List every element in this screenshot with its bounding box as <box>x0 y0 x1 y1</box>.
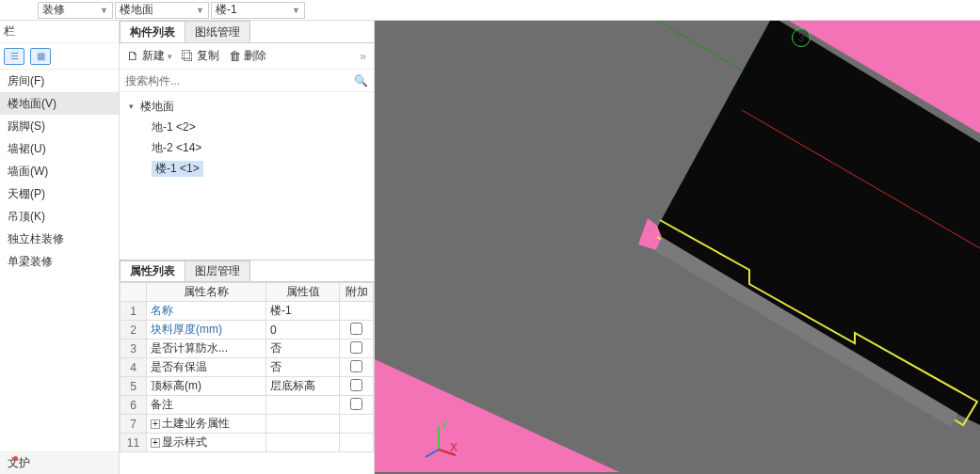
chevron-down-icon: ▾ <box>168 52 172 61</box>
tab-drawing-mgmt[interactable]: 图纸管理 <box>185 21 250 42</box>
extra-checkbox[interactable] <box>350 379 362 391</box>
axis-badge[interactable]: 3 <box>792 28 811 47</box>
sidebar-item[interactable]: 楼地面(V) <box>0 92 119 115</box>
copy-button[interactable]: ⿻复制 <box>182 48 219 64</box>
extra-checkbox[interactable] <box>350 360 362 372</box>
delete-button[interactable]: 🗑删除 <box>229 48 266 64</box>
property-table: 属性名称 属性值 附加 1名称楼-12块料厚度(mm)03是否计算防水...否4… <box>120 282 374 474</box>
table-row[interactable]: 6备注 <box>120 396 374 415</box>
search-input[interactable] <box>125 74 354 87</box>
sidebar-item[interactable]: 踢脚(S) <box>0 115 119 137</box>
tree-item[interactable]: 地-2 <14> <box>120 137 374 158</box>
sidebar-item[interactable]: 墙面(W) <box>0 160 119 182</box>
view-mode-list-icon[interactable]: ☰ <box>4 48 24 65</box>
notification-dot-icon <box>13 456 18 461</box>
tree-item[interactable]: 地-1 <2> <box>120 117 374 137</box>
view-mode-grid-icon[interactable]: ▦ <box>30 48 51 65</box>
tab-component-list[interactable]: 构件列表 <box>120 21 185 42</box>
svg-line-9 <box>426 450 439 457</box>
svg-marker-4 <box>375 359 619 472</box>
sidebar-item[interactable]: 独立柱装修 <box>0 228 119 250</box>
sidebar-item[interactable]: 墙裙(U) <box>0 137 119 160</box>
sidebar-item[interactable]: 房间(F) <box>0 70 119 92</box>
table-row[interactable]: 7+土建业务属性 <box>120 415 374 434</box>
component-panel: 构件列表 图纸管理 🗋新建▾ ⿻复制 🗑删除 » 🔍 ▾楼地面地-1 <2>地-… <box>120 21 375 474</box>
expand-icon[interactable]: + <box>151 438 160 448</box>
nav-header: 栏 <box>4 24 115 40</box>
nav-footer-item[interactable]: 文护 <box>0 451 119 474</box>
table-row[interactable]: 11+显示样式 <box>120 434 374 452</box>
table-row[interactable]: 1名称楼-1 <box>120 302 374 321</box>
col-name: 属性名称 <box>147 283 266 302</box>
left-nav-panel: 栏 ☰ ▦ 房间(F)楼地面(V)踢脚(S)墙裙(U)墙面(W)天棚(P)吊顶(… <box>0 21 120 474</box>
chevron-down-icon: ▼ <box>292 6 300 15</box>
col-index <box>120 283 147 302</box>
table-row[interactable]: 4是否有保温否 <box>120 358 374 377</box>
chevron-down-icon: ▼ <box>100 6 108 15</box>
copy-icon: ⿻ <box>182 49 194 63</box>
sidebar-item[interactable]: 天棚(P) <box>0 182 119 205</box>
axis-gizmo-icon: Y X <box>420 421 458 459</box>
tab-property-list[interactable]: 属性列表 <box>120 261 185 281</box>
model-canvas[interactable] <box>375 21 980 474</box>
tab-layer-mgmt[interactable]: 图层管理 <box>185 261 250 281</box>
caret-down-icon: ▾ <box>129 102 138 111</box>
extra-checkbox[interactable] <box>350 323 362 335</box>
extra-checkbox[interactable] <box>350 398 362 410</box>
extra-checkbox[interactable] <box>350 341 362 354</box>
table-row[interactable]: 5顶标高(m)层底标高 <box>120 377 374 396</box>
svg-text:Y: Y <box>441 421 448 432</box>
tree-item[interactable]: 楼-1 <1> <box>120 158 374 179</box>
table-row[interactable]: 2块料厚度(mm)0 <box>120 321 374 340</box>
sidebar-item[interactable]: 单梁装修 <box>0 250 119 273</box>
viewport-3d[interactable]: 3 Y X <box>375 21 980 474</box>
tree-root[interactable]: ▾楼地面 <box>120 96 374 117</box>
top-toolbar: 装修▼ 楼地面▼ 楼-1▼ <box>0 0 980 21</box>
new-button[interactable]: 🗋新建▾ <box>127 48 172 64</box>
sidebar-item[interactable]: 吊顶(K) <box>0 205 119 228</box>
svg-text:X: X <box>450 441 458 454</box>
expand-icon[interactable]: + <box>151 419 160 429</box>
dropdown-instance[interactable]: 楼-1▼ <box>211 2 305 19</box>
more-icon[interactable]: » <box>360 50 366 63</box>
chevron-down-icon: ▼ <box>196 6 204 15</box>
table-row[interactable]: 3是否计算防水...否 <box>120 340 374 358</box>
new-file-icon: 🗋 <box>127 49 139 63</box>
dropdown-category[interactable]: 装修▼ <box>38 2 113 19</box>
col-value: 属性值 <box>266 283 340 302</box>
search-box[interactable]: 🔍 <box>120 70 374 92</box>
dropdown-type[interactable]: 楼地面▼ <box>115 2 209 19</box>
col-extra: 附加 <box>340 283 374 302</box>
delete-icon: 🗑 <box>229 49 241 63</box>
search-icon: 🔍 <box>354 74 368 87</box>
